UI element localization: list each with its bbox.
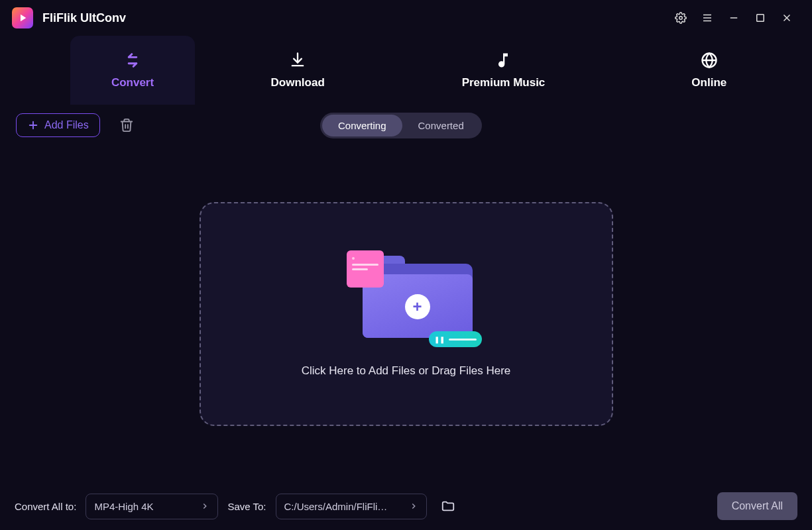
segment-converting[interactable]: Converting: [322, 115, 402, 136]
nav-label: Premium Music: [462, 76, 546, 89]
plus-icon: [27, 119, 39, 131]
globe-icon: [700, 51, 719, 70]
trash-icon: [119, 118, 134, 132]
nav-tab-premium-music[interactable]: Premium Music: [400, 36, 606, 105]
output-format-dropdown[interactable]: MP4-High 4K: [86, 494, 218, 519]
nav-label: Online: [691, 76, 726, 89]
titlebar: FliFlik UltConv: [0, 0, 812, 36]
close-button[interactable]: [774, 5, 800, 31]
folder-icon: [441, 499, 455, 513]
minimize-icon: [728, 12, 740, 24]
plus-circle-icon: +: [405, 294, 430, 319]
dropzone-text: Click Here to Add Files or Drag Files He…: [302, 364, 511, 378]
nav-tab-download[interactable]: Download: [195, 36, 400, 105]
settings-button[interactable]: [667, 5, 694, 31]
open-folder-button[interactable]: [436, 494, 460, 518]
convert-all-to-label: Convert All to:: [15, 501, 76, 512]
menu-icon: [701, 12, 713, 24]
gear-icon: [675, 12, 687, 24]
main-area: + ❚❚ Click Here to Add Files or Drag Fil…: [0, 146, 812, 482]
nav-tab-online[interactable]: Online: [607, 36, 812, 105]
save-path-dropdown[interactable]: C:/Users/Admin/FliFlik...: [276, 494, 427, 519]
save-path-value: C:/Users/Admin/FliFlik...: [284, 501, 389, 512]
svg-point-0: [679, 17, 683, 20]
nav-label: Download: [271, 76, 325, 89]
add-files-label: Add Files: [44, 119, 89, 131]
dropzone[interactable]: + ❚❚ Click Here to Add Files or Drag Fil…: [200, 202, 613, 426]
maximize-button[interactable]: [747, 5, 774, 31]
save-to-label: Save To:: [227, 501, 266, 512]
app-title: FliFlik UltConv: [42, 11, 126, 25]
chevron-right-icon: [409, 502, 418, 511]
dropzone-illustration: + ❚❚: [333, 250, 479, 348]
close-icon: [781, 12, 793, 24]
note-icon: [347, 250, 384, 288]
app-logo-icon: [12, 7, 33, 28]
nav-tab-convert[interactable]: Convert: [70, 36, 195, 105]
segment-converted[interactable]: Converted: [402, 115, 480, 136]
minimize-button[interactable]: [721, 5, 747, 31]
svg-rect-5: [757, 15, 764, 22]
chevron-right-icon: [200, 502, 209, 511]
main-nav: Convert Download Premium Music Online: [0, 36, 812, 105]
delete-button[interactable]: [115, 113, 139, 137]
menu-button[interactable]: [694, 5, 721, 31]
convert-icon: [123, 51, 142, 70]
footer: Convert All to: MP4-High 4K Save To: C:/…: [0, 482, 812, 530]
player-pill-icon: ❚❚: [429, 331, 482, 347]
maximize-icon: [754, 12, 766, 24]
output-format-value: MP4-High 4K: [94, 501, 153, 512]
toolbar: Add Files Converting Converted: [0, 105, 812, 146]
status-segment: Converting Converted: [320, 113, 482, 138]
add-files-button[interactable]: Add Files: [16, 113, 100, 137]
nav-label: Convert: [111, 76, 154, 89]
music-icon: [494, 51, 512, 70]
convert-all-button[interactable]: Convert All: [717, 492, 797, 520]
download-icon: [288, 51, 307, 70]
